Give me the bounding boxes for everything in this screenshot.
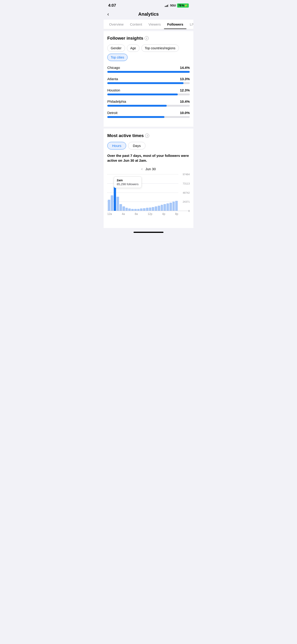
chart-area: 97484 73113 48742 24371 0 — [107, 174, 190, 211]
chart-container: 97484 73113 48742 24371 0 — [107, 174, 190, 222]
city-pct: 10.4% — [180, 100, 190, 104]
bar — [152, 207, 154, 211]
bar-col — [155, 174, 157, 211]
battery-indicator: 78%⚡ — [177, 4, 189, 8]
signal-icon — [165, 4, 169, 7]
chip-countries[interactable]: Top countries/regions — [141, 44, 179, 52]
tab-overview[interactable]: Overview — [106, 20, 127, 29]
bar-fill — [107, 82, 184, 84]
city-name: Philadelphia — [107, 100, 126, 104]
x-label-8p: 8p — [175, 212, 178, 216]
most-active-times-section: Most active times i Hours Days Over the … — [104, 128, 194, 228]
city-pct: 10.0% — [180, 111, 190, 115]
city-item-philadelphia: Philadelphia 10.4% — [107, 100, 190, 107]
current-date: Jun 30 — [145, 167, 156, 171]
chip-cities[interactable]: Top cities — [107, 54, 128, 61]
chart-wrapper: 97484 73113 48742 24371 0 — [107, 174, 190, 211]
city-pct: 14.4% — [180, 66, 190, 70]
bar-col — [111, 174, 113, 211]
tab-content[interactable]: Content — [127, 20, 146, 29]
hours-button[interactable]: Hours — [107, 142, 126, 150]
bar — [137, 209, 140, 211]
bar — [170, 203, 172, 211]
home-bar — [134, 232, 164, 233]
tooltip-time: 2am — [117, 178, 138, 182]
bar — [134, 209, 137, 211]
bar-track — [107, 82, 190, 84]
x-label-12p: 12p — [148, 212, 152, 216]
bar — [172, 202, 175, 211]
filter-chips: Gender Age Top countries/regions Top cit… — [107, 44, 190, 61]
bar — [143, 208, 146, 211]
city-name: Chicago — [107, 66, 120, 70]
tab-viewers[interactable]: Viewers — [145, 20, 164, 29]
header: ‹ Analytics — [104, 9, 194, 20]
bar-fill — [107, 116, 164, 118]
grid-label-2: 73113 — [179, 182, 190, 185]
bar-col — [164, 174, 166, 211]
bar-col — [161, 174, 163, 211]
bar-fill — [107, 94, 178, 95]
bar — [126, 208, 128, 211]
follower-insights-section: Follower insights i Gender Age Top count… — [104, 31, 194, 127]
bar — [146, 208, 148, 211]
grid-label-3: 48742 — [179, 192, 190, 194]
grid-label-1: 97484 — [179, 173, 190, 176]
city-item-houston: Houston 12.3% — [107, 88, 190, 95]
bar — [131, 209, 134, 211]
bar-col — [143, 174, 146, 211]
info-icon[interactable]: i — [144, 36, 149, 40]
back-button[interactable]: ‹ — [107, 11, 109, 17]
x-axis: 12a 4a 8a 12p 4p 8p — [107, 212, 190, 216]
grid-label-4: 24371 — [179, 200, 190, 203]
tabs-container: Overview Content Viewers Followers LIVE — [104, 20, 194, 29]
tab-live[interactable]: LIVE — [186, 20, 194, 29]
city-name: Atlanta — [107, 77, 118, 81]
most-active-info-icon[interactable]: i — [145, 134, 149, 138]
x-label-4a: 4a — [122, 212, 125, 216]
bar — [128, 208, 131, 211]
chip-age[interactable]: Age — [127, 44, 140, 52]
bar — [120, 204, 122, 211]
tooltip: 2am 85,298 followers — [114, 176, 142, 188]
city-pct: 13.3% — [180, 77, 190, 81]
bar-track — [107, 105, 190, 107]
bar-track — [107, 116, 190, 118]
bar-col — [172, 174, 175, 211]
bar — [158, 206, 160, 211]
bar-track — [107, 71, 190, 73]
city-item-atlanta: Atlanta 13.3% — [107, 77, 190, 84]
follower-insights-title: Follower insights i — [107, 36, 190, 41]
bar-col — [108, 174, 110, 211]
bar — [166, 204, 169, 211]
city-name: Detroit — [107, 111, 118, 115]
bar — [161, 205, 163, 211]
chip-gender[interactable]: Gender — [107, 44, 125, 52]
days-button[interactable]: Days — [128, 142, 146, 150]
tab-followers[interactable]: Followers — [164, 20, 186, 29]
bar — [164, 204, 166, 211]
bar-col — [158, 174, 160, 211]
bar-col — [166, 174, 169, 211]
bar — [175, 201, 178, 211]
city-item-detroit: Detroit 10.0% — [107, 111, 190, 118]
active-description: Over the past 7 days, most of your follo… — [107, 153, 190, 163]
network-type: 5GU — [170, 4, 176, 7]
city-name: Houston — [107, 88, 120, 92]
x-label-8a: 8a — [135, 212, 138, 216]
bar — [140, 208, 142, 211]
bar-col — [170, 174, 172, 211]
bar — [111, 195, 113, 211]
home-indicator — [104, 228, 194, 235]
prev-date-button[interactable]: ‹ — [141, 166, 142, 171]
chart-navigation: ‹ Jun 30 — [107, 166, 190, 171]
bar — [149, 208, 152, 211]
bar — [122, 206, 125, 211]
bar-track — [107, 94, 190, 95]
status-bar: 4:07 5GU 78%⚡ — [104, 0, 194, 9]
bar — [116, 197, 119, 211]
bar-col — [149, 174, 152, 211]
x-label-4p: 4p — [162, 212, 165, 216]
bars-wrapper: 2am 85,298 followers — [107, 174, 178, 211]
bar — [155, 206, 157, 211]
